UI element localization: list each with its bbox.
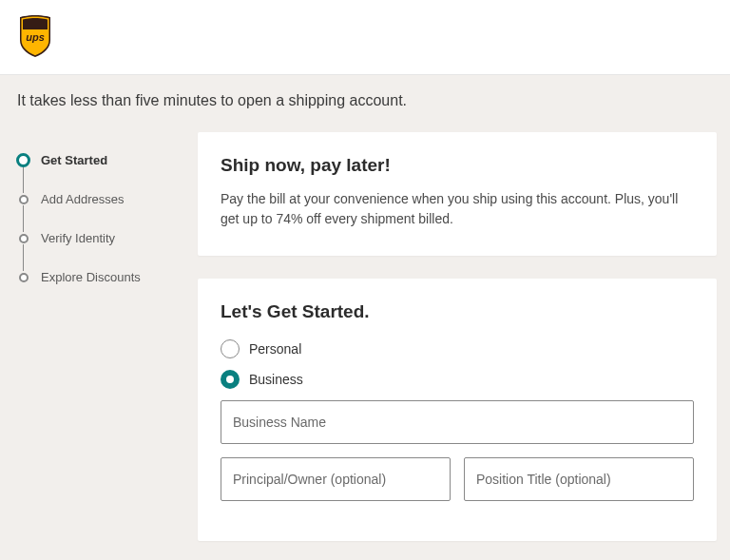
business-name-input[interactable]	[221, 400, 694, 444]
step-indicator-icon	[19, 273, 29, 282]
radio-personal[interactable]: Personal	[221, 339, 694, 358]
radio-label: Personal	[249, 341, 301, 357]
step-verify-identity: Verify Identity	[17, 231, 181, 270]
form-card: Let's Get Started. Personal Business	[198, 279, 717, 541]
step-indicator-icon	[16, 153, 30, 167]
progress-stepper: Get Started Add Addresses Verify Identit…	[17, 132, 181, 560]
step-get-started: Get Started	[17, 153, 181, 192]
radio-business[interactable]: Business	[221, 370, 694, 389]
radio-button-icon	[221, 339, 240, 358]
step-label: Get Started	[41, 153, 107, 167]
form-title: Let's Get Started.	[221, 301, 694, 322]
page-subtitle: It takes less than five minutes to open …	[0, 75, 730, 115]
ups-logo-icon: ups	[17, 15, 53, 57]
radio-label: Business	[249, 372, 303, 387]
step-label: Verify Identity	[41, 231, 115, 245]
promo-body: Pay the bill at your convenience when yo…	[221, 189, 694, 229]
promo-card: Ship now, pay later! Pay the bill at you…	[198, 132, 717, 256]
step-label: Add Addresses	[41, 192, 124, 206]
svg-text:ups: ups	[26, 31, 45, 43]
principal-owner-input[interactable]	[221, 457, 451, 501]
business-fields	[221, 400, 694, 501]
header: ups	[0, 0, 730, 75]
step-label: Explore Discounts	[41, 270, 141, 284]
step-explore-discounts: Explore Discounts	[17, 270, 181, 284]
step-indicator-icon	[19, 195, 29, 204]
step-add-addresses: Add Addresses	[17, 192, 181, 231]
input-row	[221, 457, 694, 501]
position-title-input[interactable]	[464, 457, 694, 501]
step-indicator-icon	[19, 234, 29, 243]
radio-button-icon	[221, 370, 240, 389]
step-connector	[23, 166, 24, 193]
step-connector	[23, 244, 24, 271]
content: Get Started Add Addresses Verify Identit…	[0, 115, 730, 560]
main-panel: Ship now, pay later! Pay the bill at you…	[198, 132, 717, 560]
account-type-radio-group: Personal Business	[221, 339, 694, 389]
promo-title: Ship now, pay later!	[221, 155, 694, 176]
step-connector	[23, 205, 24, 232]
